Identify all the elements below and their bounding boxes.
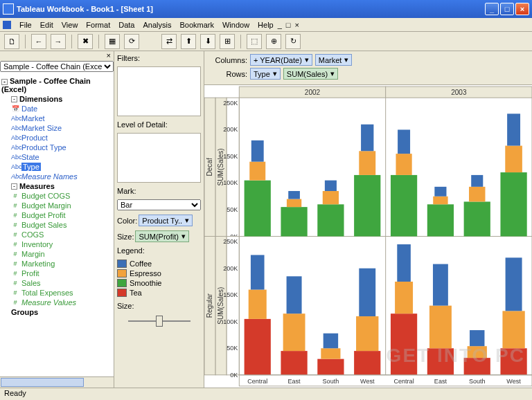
pan-tool[interactable]: ↻ xyxy=(285,34,301,49)
refresh-button[interactable]: ⟳ xyxy=(124,34,139,49)
datasource-select[interactable]: Sample - Coffee Chain (Excel) xyxy=(0,61,114,72)
menu-format[interactable]: Format xyxy=(82,19,114,30)
chevron-down-icon[interactable]: ▾ xyxy=(181,232,186,241)
zoom-tool[interactable]: ⊕ xyxy=(266,34,281,49)
svg-rect-44 xyxy=(391,175,417,237)
svg-rect-45 xyxy=(396,154,411,175)
hash-icon: # xyxy=(11,221,19,228)
chevron-down-icon[interactable]: ▾ xyxy=(185,216,189,225)
sort-desc-button[interactable]: ⬇ xyxy=(200,34,215,49)
meas-margin[interactable]: #Margin xyxy=(1,249,112,259)
menu-window[interactable]: Window xyxy=(218,19,254,30)
view-pane: Columns: + YEAR(Date)▾ Market▾ Rows: Typ… xyxy=(204,51,532,388)
svg-rect-49 xyxy=(434,187,446,197)
dim-date[interactable]: 📅Date xyxy=(1,104,112,113)
meas-profit[interactable]: #Profit xyxy=(1,269,112,278)
legend-item[interactable]: Tea xyxy=(117,288,201,298)
dim-state[interactable]: AbcState xyxy=(1,152,112,162)
col-pill-market[interactable]: Market▾ xyxy=(315,54,353,66)
hash-icon: # xyxy=(11,299,19,306)
meas-budget-profit[interactable]: #Budget Profit xyxy=(1,210,112,220)
cancel-button[interactable]: ✖ xyxy=(78,34,93,49)
menu-edit[interactable]: Edit xyxy=(36,19,57,30)
close-button[interactable]: × xyxy=(515,3,529,15)
meas-measure-values[interactable]: #Measure Values xyxy=(1,298,112,307)
meas-marketing[interactable]: #Marketing xyxy=(1,259,112,269)
svg-text:South: South xyxy=(323,378,339,385)
color-pill[interactable]: Product Ty..▾ xyxy=(139,215,193,226)
datasource-button[interactable]: ▦ xyxy=(105,34,120,49)
menu-data[interactable]: Data xyxy=(114,19,139,30)
dim-market-size[interactable]: AbcMarket Size xyxy=(1,123,112,133)
dim-type[interactable]: AbcType xyxy=(1,162,112,172)
meas-sales[interactable]: #Sales xyxy=(1,278,112,288)
svg-text:200K: 200K xyxy=(223,126,238,133)
titlebar[interactable]: Tableau Workbook - Book1 - [Sheet 1] _ □… xyxy=(0,0,532,18)
menu-help[interactable]: Help xyxy=(254,19,278,30)
forward-button[interactable]: → xyxy=(51,34,66,49)
dim-measure-names[interactable]: AbcMeasure Names xyxy=(1,172,112,181)
mdi-close-icon[interactable]: × xyxy=(294,21,299,29)
filters-drop[interactable] xyxy=(117,66,201,116)
abc-icon: Abc xyxy=(11,144,19,151)
svg-rect-32 xyxy=(245,181,271,237)
svg-text:200K: 200K xyxy=(223,265,238,272)
svg-rect-54 xyxy=(505,146,522,173)
expand-icon[interactable]: - xyxy=(11,96,17,102)
meas-budget-margin[interactable]: #Budget Margin xyxy=(1,201,112,210)
mark-select[interactable]: Bar xyxy=(117,199,201,210)
menu-analysis[interactable]: Analysis xyxy=(139,19,175,30)
meas-inventory[interactable]: #Inventory xyxy=(1,239,112,249)
chevron-down-icon[interactable]: ▾ xyxy=(344,55,348,64)
svg-rect-40 xyxy=(325,181,337,191)
svg-text:150K: 150K xyxy=(223,153,238,160)
svg-text:East: East xyxy=(288,378,301,385)
expand-icon[interactable]: - xyxy=(11,183,17,190)
legend-item[interactable]: Coffee xyxy=(117,259,201,269)
chart-viz[interactable]: 20022003DecafSUM(Sales)RegularSUM(Sales)… xyxy=(204,85,532,388)
chevron-down-icon[interactable]: ▾ xyxy=(273,69,277,78)
legend-item[interactable]: Smoothie xyxy=(117,278,201,288)
menu-view[interactable]: View xyxy=(57,19,82,30)
svg-rect-73 xyxy=(433,264,448,306)
expand-icon[interactable]: - xyxy=(1,79,8,85)
meas-total-expenses[interactable]: #Total Expenses xyxy=(1,288,112,298)
dim-product[interactable]: AbcProduct xyxy=(1,133,112,143)
row-pill-sales[interactable]: SUM(Sales)▾ xyxy=(283,68,338,80)
hash-icon: # xyxy=(11,251,19,257)
svg-rect-79 xyxy=(506,257,522,311)
size-slider[interactable] xyxy=(117,314,201,328)
meas-budget-sales[interactable]: #Budget Sales xyxy=(1,220,112,230)
hscrollbar[interactable] xyxy=(0,376,114,388)
select-tool[interactable]: ⬚ xyxy=(247,34,262,49)
legend-item[interactable]: Espresso xyxy=(117,269,201,278)
chevron-down-icon[interactable]: ▾ xyxy=(305,55,309,64)
chevron-down-icon[interactable]: ▾ xyxy=(330,69,335,78)
menu-bookmark[interactable]: Bookmark xyxy=(175,19,218,30)
svg-rect-48 xyxy=(433,197,447,205)
new-button[interactable]: 🗋 xyxy=(4,34,19,49)
minimize-button[interactable]: _ xyxy=(485,3,499,15)
meas-cogs[interactable]: #COGS xyxy=(1,230,112,239)
dimensions-header: Dimensions xyxy=(19,95,62,103)
mdi-minimize-icon[interactable]: _ xyxy=(278,21,282,29)
back-button[interactable]: ← xyxy=(31,34,46,49)
svg-rect-72 xyxy=(429,306,452,349)
meas-budget-cogs[interactable]: #Budget COGS xyxy=(1,191,112,201)
hash-icon: # xyxy=(11,202,19,209)
col-pill-year[interactable]: + YEAR(Date)▾ xyxy=(250,54,312,66)
maximize-button[interactable]: □ xyxy=(500,3,514,15)
size-pill[interactable]: SUM(Profit)▾ xyxy=(135,230,188,242)
row-pill-type[interactable]: Type▾ xyxy=(250,68,281,80)
menu-file[interactable]: File xyxy=(15,19,36,30)
svg-text:250K: 250K xyxy=(223,100,238,107)
sort-asc-button[interactable]: ⬆ xyxy=(181,34,196,49)
swap-button[interactable]: ⇄ xyxy=(161,34,177,49)
lod-drop[interactable] xyxy=(117,133,201,183)
dim-market[interactable]: AbcMarket xyxy=(1,113,112,123)
dim-product-type[interactable]: AbcProduct Type xyxy=(1,143,112,152)
pane-close-icon[interactable]: × xyxy=(0,51,114,61)
svg-rect-78 xyxy=(502,311,524,348)
mdi-restore-icon[interactable]: □ xyxy=(286,21,291,29)
group-button[interactable]: ⊞ xyxy=(220,34,235,49)
